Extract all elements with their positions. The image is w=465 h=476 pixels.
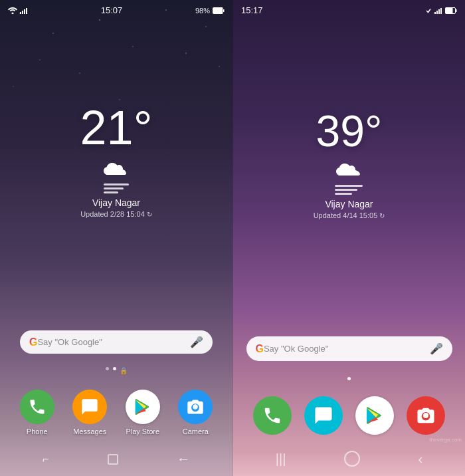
svg-point-0 <box>12 12 14 14</box>
playstore-label-left: Play Store <box>126 427 159 435</box>
fog-line-r2 <box>335 189 357 191</box>
playstore-svg-left <box>133 397 153 417</box>
svg-rect-4 <box>26 8 27 14</box>
svg-rect-10 <box>438 9 440 14</box>
cloud-fog-right <box>332 160 365 195</box>
phone-svg-left <box>28 398 46 416</box>
app-dock-right <box>233 390 465 444</box>
dot-2-left <box>113 367 116 370</box>
home-btn-left[interactable]: ← <box>177 451 190 467</box>
nav-bar-left: ⌐ ← <box>0 445 232 476</box>
recent-btn-left[interactable] <box>108 454 118 465</box>
battery-pct-left: 98% <box>195 7 210 15</box>
signal-r <box>434 7 442 14</box>
search-bar-left[interactable]: G Say "Ok Google" 🎤 <box>20 330 213 354</box>
camera-label-left: Camera <box>183 427 209 435</box>
updated-left: Updated 2/28 15:04 ↻ <box>80 210 152 218</box>
phone-icon-left <box>20 390 54 424</box>
playstore-svg-right <box>364 405 385 426</box>
camera-app-right[interactable] <box>407 396 445 435</box>
fog-line-1 <box>104 183 129 185</box>
gesture-left[interactable]: ||| <box>276 451 286 467</box>
camera-svg-right <box>416 406 436 425</box>
lock-dot-left: 🔒 <box>120 367 127 374</box>
temperature-left: 21° <box>80 104 153 152</box>
weather-section-left: 21° Vijay Nagar Updated 2/28 15:04 ↻ <box>80 0 153 330</box>
playstore-app-left[interactable]: Play Store <box>126 390 160 435</box>
fog-lines-right <box>335 185 363 195</box>
signal-bars-left <box>20 7 28 14</box>
refresh-icon-right: ↻ <box>379 212 385 219</box>
svg-rect-2 <box>22 11 23 14</box>
fog-line-3 <box>104 191 118 193</box>
page-dots-left: 🔒 <box>106 367 127 374</box>
city-left: Vijay Nagar <box>92 197 140 208</box>
cloud-svg-left <box>100 158 133 182</box>
phone-app-right[interactable] <box>253 396 292 435</box>
fog-line-r3 <box>335 193 352 195</box>
camera-icon-right <box>407 396 445 435</box>
weather-icon-right <box>332 160 365 195</box>
gesture-home[interactable] <box>344 451 360 467</box>
dot-1-left <box>106 367 109 370</box>
gesture-back[interactable]: ‹ <box>418 451 423 467</box>
nav-bar-right: ||| ‹ <box>233 444 465 476</box>
playstore-icon-right <box>355 396 394 435</box>
city-right: Vijay Nagar <box>325 199 373 209</box>
svg-rect-13 <box>446 8 452 13</box>
temperature-right: 39° <box>316 109 383 153</box>
cloud-fog-left <box>100 158 133 193</box>
app-dock-left: Phone Messages Play Store <box>0 382 232 445</box>
messages-app-right[interactable] <box>304 396 343 435</box>
wifi-icon-left <box>8 7 17 14</box>
battery-icons-left: 98% <box>195 7 225 15</box>
search-hint-left: Say "Ok Google" <box>37 337 190 347</box>
playstore-app-right[interactable] <box>355 396 394 435</box>
fog-line-2 <box>104 187 124 189</box>
svg-rect-9 <box>436 11 438 14</box>
camera-svg-left <box>186 398 205 416</box>
back-btn-left[interactable]: ⌐ <box>43 453 48 465</box>
playstore-icon-left <box>126 390 160 424</box>
messages-icon-right <box>304 396 343 435</box>
phone-label-left: Phone <box>27 427 48 435</box>
refresh-icon-left: ↻ <box>147 211 152 218</box>
messages-icon-left <box>72 390 107 424</box>
svg-rect-6 <box>213 8 222 13</box>
svg-rect-8 <box>434 12 436 14</box>
left-phone: 15:07 98% 21° Vijay N <box>0 0 232 476</box>
messages-label-left: Messages <box>73 427 106 435</box>
google-g-right: G <box>256 343 264 355</box>
dot-1-right <box>347 377 351 380</box>
camera-app-left[interactable]: Camera <box>178 390 213 435</box>
signal-icons-left <box>8 7 28 14</box>
weather-section-right: 39° Vijay Nagar Updated 4/14 15:05 ↻ <box>314 0 385 336</box>
svg-rect-11 <box>440 8 442 14</box>
phone-svg-right <box>262 406 282 425</box>
right-phone: 15:17 39° <box>232 0 465 476</box>
messages-svg-left <box>80 398 99 416</box>
phone-icon-right <box>253 396 292 435</box>
search-bar-right[interactable]: G Say "Ok Google" 🎤 <box>246 336 452 361</box>
updated-right: Updated 4/14 15:05 ↻ <box>314 211 385 219</box>
svg-rect-7 <box>223 9 225 12</box>
page-dots-right <box>347 377 351 380</box>
svg-rect-14 <box>456 9 457 12</box>
checkmark-icon-right <box>425 7 432 14</box>
status-bar-left: 15:07 98% <box>0 0 232 18</box>
battery-icon-right <box>445 7 457 14</box>
search-hint-right: Say "Ok Google" <box>264 344 430 354</box>
right-status-icons <box>425 7 457 14</box>
time-right: 15:17 <box>241 5 263 15</box>
camera-icon-left <box>178 390 213 424</box>
fog-lines-left <box>104 183 129 193</box>
google-g-left: G <box>29 336 37 348</box>
mic-icon-left[interactable]: 🎤 <box>190 336 203 348</box>
time-left: 15:07 <box>101 5 123 15</box>
fog-line-r1 <box>335 185 363 187</box>
mic-icon-right[interactable]: 🎤 <box>430 342 443 355</box>
phone-app-left[interactable]: Phone <box>20 390 54 435</box>
messages-app-left[interactable]: Messages <box>72 390 107 435</box>
svg-rect-1 <box>20 12 21 14</box>
svg-rect-3 <box>24 9 25 14</box>
